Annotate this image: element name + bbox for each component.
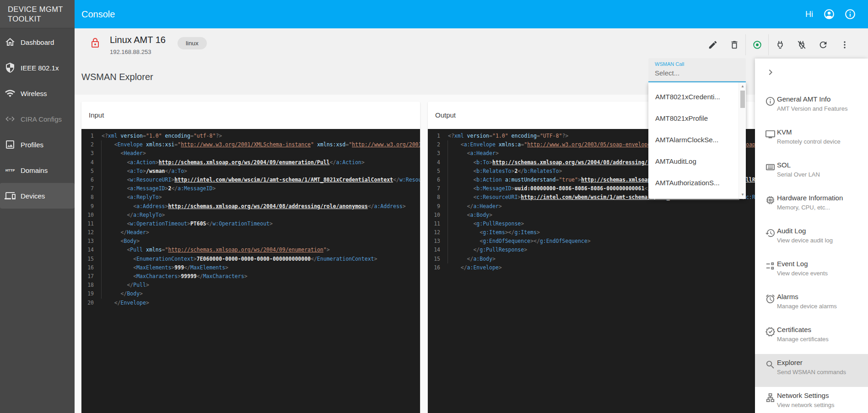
panel-item-explorer[interactable]: ExplorerSend WSMAN commands — [755, 354, 868, 387]
line-number: 11 — [81, 220, 94, 228]
scrollbar-thumb[interactable] — [740, 91, 745, 108]
cira-icon — [5, 113, 16, 124]
code-line: 13 <Body> — [81, 237, 420, 246]
code-line: 16 <MaxElements>999</MaxElements> — [81, 263, 420, 272]
line-number: 4 — [81, 158, 94, 167]
line-number: 14 — [428, 246, 440, 254]
code-line: 13 <g:EndOfSequence></g:EndOfSequence> — [428, 237, 755, 246]
sidebar-item-ieee-802-1x[interactable]: IEEE 802.1x — [0, 55, 75, 80]
code-line: 10 </a:ReplyTo> — [81, 211, 420, 220]
line-number: 16 — [81, 263, 94, 272]
scroll-up-icon[interactable]: ▲ — [739, 83, 746, 90]
panel-item-certificates[interactable]: CertificatesManage certificates — [755, 321, 868, 354]
power-connect-button[interactable] — [769, 34, 791, 55]
panel-items: General AMT InfoAMT Version and Features… — [755, 91, 868, 413]
code-line: 7 <a:MessageID>2</a:MessageID> — [81, 184, 420, 193]
menu-scrollbar[interactable]: ▲ ▼ — [739, 82, 746, 199]
line-content: <w:OperationTimeout>PT60S</w:OperationTi… — [94, 220, 273, 228]
account-icon[interactable] — [823, 8, 835, 20]
sidebar-item-wireless[interactable]: Wireless — [0, 80, 75, 106]
panel-item-sol[interactable]: SOLSerial Over LAN — [755, 156, 868, 189]
panel-item-subtitle: View device events — [777, 270, 828, 277]
wsman-call-option[interactable]: AMT8021xCredenti... — [648, 86, 738, 107]
greeting-label: Hi — [805, 10, 813, 19]
delete-button[interactable] — [723, 34, 745, 55]
input-code-editor[interactable]: 1<?xml version="1.0" encoding="utf-8"?>2… — [81, 129, 420, 413]
wsman-call-option[interactable]: AMT8021xProfile — [648, 107, 738, 129]
sidebar-item-domains[interactable]: HTTPDomains — [0, 157, 75, 183]
scroll-down-icon[interactable]: ▼ — [739, 192, 746, 198]
panel-item-subtitle: AMT Version and Features — [777, 105, 847, 112]
alarm-icon — [765, 294, 776, 305]
code-line: 10 <a:Body> — [428, 211, 755, 220]
line-number: 15 — [81, 255, 94, 263]
sidebar-item-cira-configs[interactable]: CIRA Configs — [0, 106, 75, 132]
indent-guide — [101, 140, 102, 299]
code-line: 1<?xml version="1.0" encoding="utf-8"?> — [81, 132, 420, 140]
line-number: 5 — [428, 167, 440, 176]
line-number: 6 — [81, 176, 94, 184]
panel-item-subtitle: Send WSMAN commands — [777, 369, 846, 375]
sidebar-item-profiles[interactable]: Profiles — [0, 132, 75, 157]
line-content: <w:ResourceURI>http://intel.com/wbem/wsc… — [94, 176, 420, 184]
sidebar-item-label: Domains — [21, 166, 48, 174]
line-number: 19 — [81, 290, 94, 298]
page-heading: WSMAN Explorer — [81, 72, 153, 82]
code-line: 12 </Header> — [81, 228, 420, 237]
panel-item-hardware-information[interactable]: Hardware InformationMemory, CPU, etc... — [755, 189, 868, 222]
panel-item-kvm[interactable]: KVMRemotely control device — [755, 123, 868, 156]
sidebar-item-label: CIRA Configs — [21, 115, 62, 123]
sidebar: DEVICE MGMT TOOLKIT DashboardIEEE 802.1x… — [0, 0, 75, 413]
wsman-call-option[interactable]: AMTAuditLog — [648, 150, 738, 172]
line-content: </a:Body> — [440, 255, 496, 263]
refresh-button[interactable] — [812, 34, 834, 55]
line-number: 6 — [428, 176, 440, 184]
wsman-call-select[interactable]: WSMAN Call Select... — [648, 58, 746, 82]
panel-item-network-settings[interactable]: Network SettingsView network settings — [755, 387, 868, 413]
line-number: 5 — [81, 167, 94, 176]
line-content: <a:MessageID>2</a:MessageID> — [94, 184, 216, 193]
wsman-call-option[interactable]: AMTAuthorizationS... — [648, 172, 738, 193]
line-content: <a:Header> — [440, 149, 499, 158]
line-content: <?xml version="1.0" encoding="utf-8"?> — [94, 132, 222, 140]
panel-item-title: Audit Log — [777, 227, 806, 235]
wsman-call-dropdown: WSMAN Call Select... AMT8021xCredenti...… — [648, 58, 746, 199]
wsman-call-option[interactable]: AMTAlarmClockSe... — [648, 129, 738, 150]
collapse-panel-button[interactable] — [765, 67, 778, 80]
input-panel: Input 1<?xml version="1.0" encoding="utf… — [81, 102, 420, 413]
line-number: 7 — [428, 184, 440, 193]
more-options-button[interactable] — [834, 34, 855, 55]
line-number: 3 — [428, 149, 440, 158]
line-content: </a:Header> — [440, 202, 502, 211]
panel-item-alarms[interactable]: AlarmsManage device alarms — [755, 288, 868, 321]
line-number: 10 — [428, 211, 440, 220]
panel-item-general-amt-info[interactable]: General AMT InfoAMT Version and Features — [755, 91, 868, 123]
code-line: 14 </g:PullResponse> — [428, 246, 755, 254]
panel-item-subtitle: Remotely control device — [777, 138, 841, 145]
line-content: <EnumerationContext>7E060000-0000-0000-0… — [94, 255, 377, 263]
panel-item-title: Alarms — [777, 293, 798, 300]
code-line: 4 <a:Action>http://schemas.xmlsoap.org/w… — [81, 158, 420, 167]
line-content: </g:PullResponse> — [440, 246, 527, 254]
line-number: 8 — [428, 193, 440, 202]
devices-icon — [5, 190, 16, 201]
sidebar-item-devices[interactable]: Devices — [0, 183, 75, 209]
logo-line-1: DEVICE MGMT — [8, 5, 75, 14]
panel-item-title: General AMT Info — [777, 95, 830, 103]
power-state-button[interactable] — [746, 34, 768, 55]
info-icon[interactable] — [844, 8, 856, 20]
wsman-call-placeholder: Select... — [655, 69, 746, 77]
edit-button[interactable] — [702, 34, 723, 55]
line-content: <Header> — [94, 149, 146, 158]
code-line: 3 <Header> — [81, 149, 420, 158]
sidebar-item-dashboard[interactable]: Dashboard — [0, 29, 75, 55]
line-number: 9 — [81, 202, 94, 211]
line-number: 11 — [428, 220, 440, 228]
power-disconnect-button[interactable] — [791, 34, 812, 55]
line-content: <Pull xmlns="http://schemas.xmlsoap.org/… — [94, 246, 330, 254]
topbar-actions: Hi — [805, 0, 856, 28]
panel-item-subtitle: View network settings — [777, 402, 835, 408]
home-icon — [5, 37, 16, 48]
panel-item-audit-log[interactable]: Audit LogView device audit log — [755, 222, 868, 255]
panel-item-event-log[interactable]: Event LogView device events — [755, 255, 868, 288]
